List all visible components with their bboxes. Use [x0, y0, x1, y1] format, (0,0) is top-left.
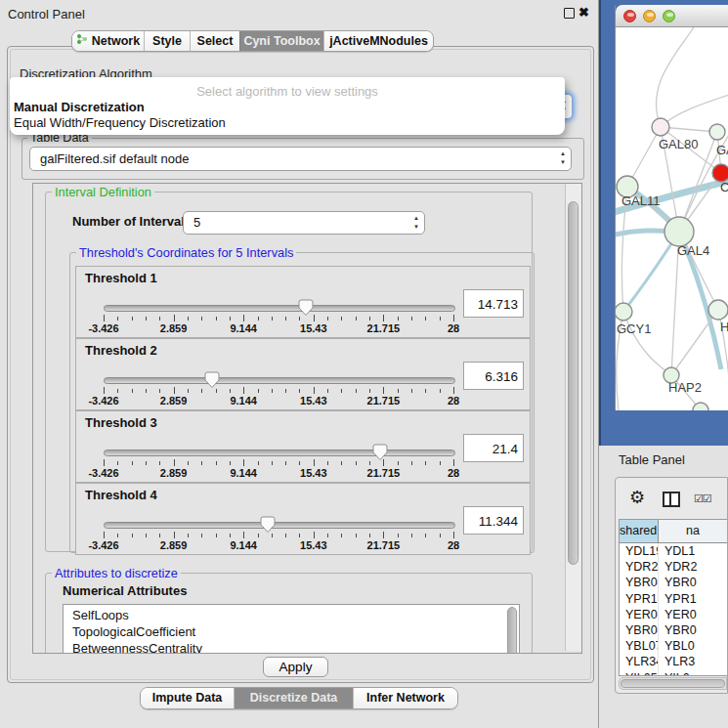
table-cell[interactable]: YLR345W — [620, 654, 659, 669]
tick — [272, 317, 273, 321]
table-row[interactable]: YER054CYER0 — [620, 607, 727, 622]
scale-label: -3.426 — [88, 539, 118, 551]
tab-discretize-data[interactable]: Discretize Data — [234, 688, 353, 708]
threshold-1-slider[interactable]: -3.4262.8599.14415.4321.71528 — [104, 300, 453, 335]
tab-infer-network[interactable]: Infer Network — [353, 688, 457, 708]
table-row[interactable]: YBL079WYBL0 — [620, 638, 727, 654]
table-cell[interactable]: YLR3 — [659, 654, 727, 669]
scale-label: -3.426 — [88, 467, 118, 479]
close-traffic-light-icon[interactable] — [623, 10, 636, 22]
number-of-intervals-select[interactable]: 5 ▲▼ — [183, 211, 425, 235]
tab-cyni-toolbox[interactable]: Cyni Toolbox — [239, 31, 323, 51]
list-scrollbar[interactable] — [506, 606, 518, 654]
network-window-titlebar[interactable] — [616, 5, 728, 27]
tab-impute-data[interactable]: Impute Data — [141, 688, 234, 708]
network-canvas[interactable]: GAL80GACGAL11GAL4GCY1HHAP2 — [616, 27, 728, 410]
table-data-select[interactable]: galFiltered.sif default node ▲▼ — [29, 147, 572, 171]
tab-style[interactable]: Style — [144, 31, 190, 51]
tab-network[interactable]: Network — [72, 31, 144, 51]
tick — [356, 389, 357, 393]
tick — [314, 459, 315, 466]
threshold-3-value-field[interactable]: 21.4 — [463, 434, 524, 462]
scale-label: 2.859 — [160, 467, 188, 479]
tick — [341, 461, 342, 465]
table-cell[interactable]: YDR27... — [620, 559, 659, 575]
tick — [117, 461, 118, 465]
slider-track — [104, 522, 455, 529]
tick — [117, 317, 118, 321]
table-cell[interactable]: YIL0 — [659, 670, 727, 677]
table-cell[interactable]: YDL1 — [659, 543, 727, 559]
column-header-name[interactable]: na — [659, 520, 727, 542]
table-row[interactable]: YIL052CYIL0 — [620, 670, 727, 677]
tick — [243, 315, 244, 321]
select-columns-checkboxes-icon[interactable]: ☑☑ — [694, 492, 711, 505]
tick — [117, 389, 118, 393]
column-layout-icon[interactable] — [663, 492, 680, 507]
vertical-scrollbar[interactable] — [565, 184, 581, 651]
table-row[interactable]: YBR045CYBR0 — [620, 622, 727, 638]
horizontal-scrollbar[interactable] — [619, 677, 727, 690]
scale-label: 28 — [448, 395, 459, 407]
table-row[interactable]: YPR145WYPR1 — [620, 591, 727, 607]
table-row[interactable]: YBR043CYBR0 — [620, 575, 727, 590]
table-cell[interactable]: YER0 — [659, 607, 727, 622]
threshold-4-slider[interactable]: -3.4262.8599.14415.4321.71528 — [104, 517, 453, 552]
algorithm-option-manual-discretization[interactable]: Manual Discretization — [14, 100, 145, 114]
zoom-traffic-light-icon[interactable] — [663, 10, 675, 22]
threshold-4-value-field[interactable]: 11.344 — [463, 506, 524, 535]
tick — [285, 534, 286, 537]
attribute-item[interactable]: BetweennessCentrality — [72, 640, 519, 654]
table-cell[interactable]: YPR145W — [620, 591, 659, 607]
table-cell[interactable]: YDR2 — [659, 559, 727, 575]
tick — [411, 317, 412, 321]
tick — [369, 389, 370, 393]
scrollbar-thumb[interactable] — [568, 201, 578, 565]
attribute-item[interactable]: TopologicalCoefficient — [72, 623, 519, 640]
numerical-attributes-list[interactable]: SelfLoopsTopologicalCoefficientBetweenne… — [63, 604, 520, 654]
table-cell[interactable]: YBR0 — [659, 622, 727, 638]
slider-ticks — [104, 532, 453, 539]
algorithm-option-equal-width-frequency[interactable]: Equal Width/Frequency Discretization — [14, 115, 226, 130]
tick — [258, 317, 259, 321]
tab-select[interactable]: Select — [190, 31, 239, 51]
table-cell[interactable]: YBR043C — [620, 575, 659, 590]
tick — [299, 317, 300, 321]
table-cell[interactable]: YIL052C — [620, 670, 659, 677]
network-node[interactable] — [664, 217, 694, 246]
tick — [425, 461, 426, 465]
threshold-3-slider[interactable]: -3.4262.8599.14415.4321.71528 — [104, 445, 453, 480]
network-node[interactable] — [652, 118, 669, 136]
settings-gear-icon[interactable]: ⚙ — [629, 487, 645, 508]
table-cell[interactable]: YBL0 — [659, 638, 727, 654]
attribute-item[interactable]: SelfLoops — [72, 607, 519, 623]
table-cell[interactable]: YBR0 — [659, 575, 727, 590]
table-cell[interactable]: YDL19... — [620, 543, 659, 559]
float-window-icon[interactable] — [564, 8, 575, 19]
tick — [453, 459, 454, 466]
scrollbar-thumb[interactable] — [621, 679, 725, 688]
threshold-2-value-field[interactable]: 6.316 — [463, 362, 524, 390]
tick — [356, 317, 357, 321]
tick — [243, 387, 244, 394]
threshold-2-slider[interactable]: -3.4262.8599.14415.4321.71528 — [104, 372, 453, 407]
table-cell[interactable]: YER054C — [620, 607, 659, 622]
table-cell[interactable]: YBR045C — [620, 622, 659, 638]
threshold-1-value-field[interactable]: 14.713 — [463, 289, 524, 318]
minimize-traffic-light-icon[interactable] — [643, 10, 656, 22]
scale-label: 15.43 — [300, 539, 327, 551]
column-header-shared-name[interactable]: shared... — [620, 520, 659, 542]
tick — [453, 532, 454, 538]
table-row[interactable]: YLR345WYLR3 — [620, 654, 727, 669]
table-row[interactable]: YDR27...YDR2 — [620, 559, 727, 575]
network-node[interactable] — [708, 300, 728, 320]
network-view-window[interactable]: GAL80GACGAL11GAL4GCY1HHAP2 — [615, 5, 728, 410]
close-icon[interactable]: ✖ — [578, 5, 589, 20]
tab-jactivemnodules[interactable]: jActiveMNodules — [323, 31, 433, 51]
table-cell[interactable]: YBL079W — [620, 638, 659, 654]
apply-button[interactable]: Apply — [263, 657, 328, 677]
table-row[interactable]: YDL19...YDL1 — [620, 543, 727, 559]
network-node[interactable] — [709, 124, 725, 140]
table-cell[interactable]: YPR1 — [659, 591, 727, 607]
network-node[interactable] — [616, 303, 632, 321]
